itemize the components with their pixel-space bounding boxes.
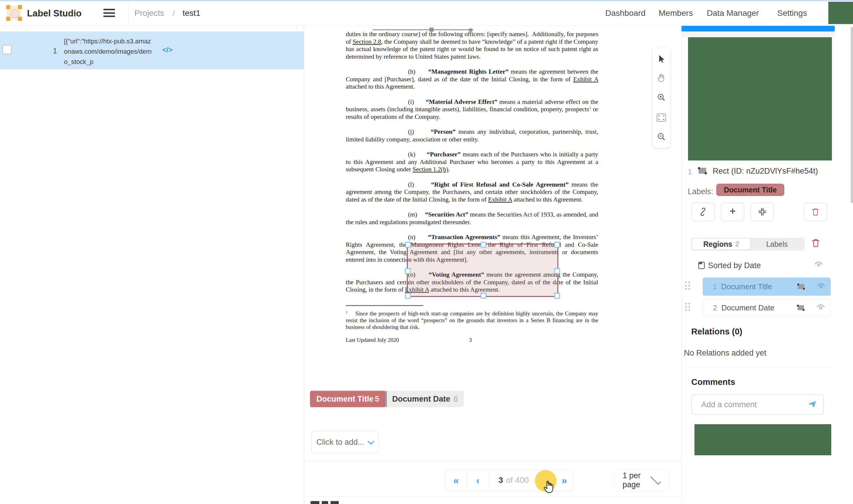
rect-region-icon (798, 305, 804, 310)
resize-handle-w[interactable] (405, 268, 411, 274)
selected-region-rect[interactable] (407, 244, 558, 297)
create-relation-button[interactable] (691, 202, 715, 221)
visibility-eye-icon[interactable] (817, 282, 825, 291)
label-studio-logo-icon (7, 6, 21, 20)
divider (684, 368, 834, 368)
resize-handle-se[interactable] (554, 293, 560, 299)
task-data-preview: [{"url":"https://htx-pub.s3.amazonaws.co… (64, 36, 152, 67)
resize-handle-s[interactable] (480, 293, 486, 299)
link-icon (698, 208, 707, 216)
footnote-rule (346, 305, 423, 306)
relations-empty-text: No Relations added yet (684, 348, 766, 358)
labels-caption: Labels: (688, 187, 713, 196)
select-cursor-icon[interactable] (657, 54, 666, 64)
column-divider (296, 26, 296, 31)
toggle-all-visibility-eye-icon[interactable] (814, 260, 823, 269)
region-label-badge[interactable]: Document Title (716, 184, 784, 196)
drag-handle[interactable] (685, 303, 690, 311)
image-thumbnail-redacted (688, 37, 832, 160)
offscreen-region-fragment (373, 29, 474, 30)
task-list-panel: 1 [{"url":"https://htx-pub.s3.amazonaws.… (0, 26, 304, 504)
scrollbar-thumb[interactable] (851, 27, 853, 203)
region-list-item[interactable]: 2 Document Date (703, 299, 831, 317)
tab-labels[interactable]: Labels (750, 238, 804, 250)
breadcrumb-separator: / (173, 8, 175, 18)
comment-input[interactable] (692, 400, 807, 410)
breadcrumb-projects[interactable]: Projects (135, 8, 164, 18)
zoom-out-icon[interactable] (657, 132, 666, 141)
nav-members[interactable]: Members (659, 8, 693, 18)
center-on-region-button[interactable] (750, 202, 774, 221)
hand-pointer-cursor-icon (543, 480, 556, 496)
add-label-button[interactable]: Click to add... (311, 431, 379, 453)
prev-page-button[interactable]: ‹ (467, 470, 489, 491)
relations-title: Relations (0) (691, 327, 742, 337)
send-comment-icon[interactable] (807, 399, 817, 410)
first-page-button[interactable]: « (445, 470, 467, 491)
page-size-select[interactable]: 1 per page (614, 469, 669, 491)
header-divider (128, 0, 129, 25)
label-button-document-title[interactable]: Document Title 5 (310, 391, 386, 407)
chevron-down-icon (650, 474, 661, 485)
window-top-strip (0, 0, 853, 1)
chevron-down-icon (368, 438, 375, 445)
document-footer: Last Updated July 2020 3 (346, 337, 598, 343)
document-canvas: duties in the ordinary course] of the fo… (304, 26, 681, 504)
resize-handle-e[interactable] (554, 268, 560, 274)
resize-handle-n[interactable] (480, 242, 486, 248)
resize-handle-nw[interactable] (405, 242, 411, 248)
pan-hand-icon[interactable] (657, 73, 666, 83)
delete-region-button[interactable] (804, 202, 827, 221)
trash-icon (811, 238, 820, 248)
progress-bar (681, 26, 835, 31)
drag-handle[interactable] (685, 282, 690, 290)
annotation-sidebar: 1 Rect (ID: nZu2DVlYsF#he54t) Labels: Do… (681, 26, 853, 504)
sort-order-icon[interactable] (697, 261, 706, 270)
label-hotkey: 5 (375, 395, 386, 404)
footnote-text: 1 Since the prospects of high-tech start… (346, 310, 598, 330)
tab-regions[interactable]: Regions 2 (692, 238, 750, 250)
app-title: Label Studio (27, 8, 82, 19)
region-label: Document Title (721, 282, 772, 291)
document-footnote: 1 Since the prospects of high-tech start… (346, 305, 598, 330)
region-list-item-selected[interactable]: 1 Document Title (703, 277, 831, 296)
nav-dashboard[interactable]: Dashboard (605, 8, 645, 18)
task-row[interactable]: 1 [{"url":"https://htx-pub.s3.amazonaws.… (0, 32, 304, 69)
region-id-title: Rect (ID: nZu2DVlYsF#he54t) (713, 167, 818, 176)
sidebar-tabs: Regions 2 Labels (691, 238, 804, 251)
total-pages: of 400 (506, 475, 529, 485)
cut-off-text (322, 501, 328, 504)
last-page-button[interactable]: » (556, 470, 573, 491)
trash-icon (811, 208, 819, 216)
code-icon[interactable]: </> (162, 46, 173, 54)
app-header: Label Studio Projects / test1 Dashboard … (0, 0, 853, 26)
region-label: Document Date (721, 303, 774, 312)
delete-all-regions-button[interactable] (811, 238, 820, 249)
label-button-document-date[interactable]: Document Date 6 (385, 391, 464, 407)
rect-region-icon (798, 284, 804, 289)
rect-region-icon (698, 168, 706, 174)
avatar[interactable] (828, 2, 853, 24)
page-number: 3 (469, 337, 472, 343)
task-list-header (0, 26, 304, 32)
nav-data-manager[interactable]: Data Manager (707, 8, 759, 18)
sorted-by-label[interactable]: Sorted by Date (708, 261, 761, 270)
cut-off-text (310, 501, 319, 504)
nav-settings[interactable]: Settings (777, 8, 807, 18)
hamburger-menu-icon[interactable] (103, 9, 115, 17)
label-hotkey: 6 (454, 395, 464, 404)
zoom-in-icon[interactable] (657, 93, 666, 102)
region-index: 2 (713, 303, 717, 312)
task-checkbox[interactable] (2, 45, 12, 54)
redacted-block (694, 424, 831, 455)
add-region-button[interactable]: + (721, 202, 744, 221)
label-text: Document Date (392, 395, 450, 404)
page-indicator: 3 of 400 (489, 470, 539, 491)
visibility-eye-icon[interactable] (816, 303, 825, 312)
footer-left: Last Updated July 2020 (346, 337, 399, 343)
current-page: 3 (498, 475, 503, 485)
page-size-value: 1 per page (615, 471, 650, 489)
resize-handle-ne[interactable] (554, 242, 560, 248)
fit-screen-icon[interactable] (657, 113, 666, 122)
resize-handle-sw[interactable] (405, 293, 411, 299)
